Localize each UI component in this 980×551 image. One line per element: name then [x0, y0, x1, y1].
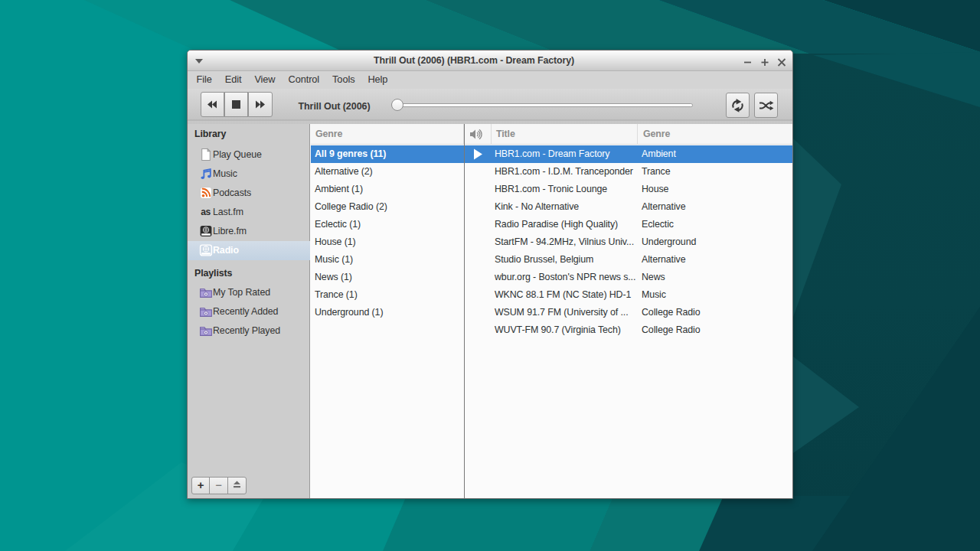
svg-text:as: as — [201, 207, 211, 217]
